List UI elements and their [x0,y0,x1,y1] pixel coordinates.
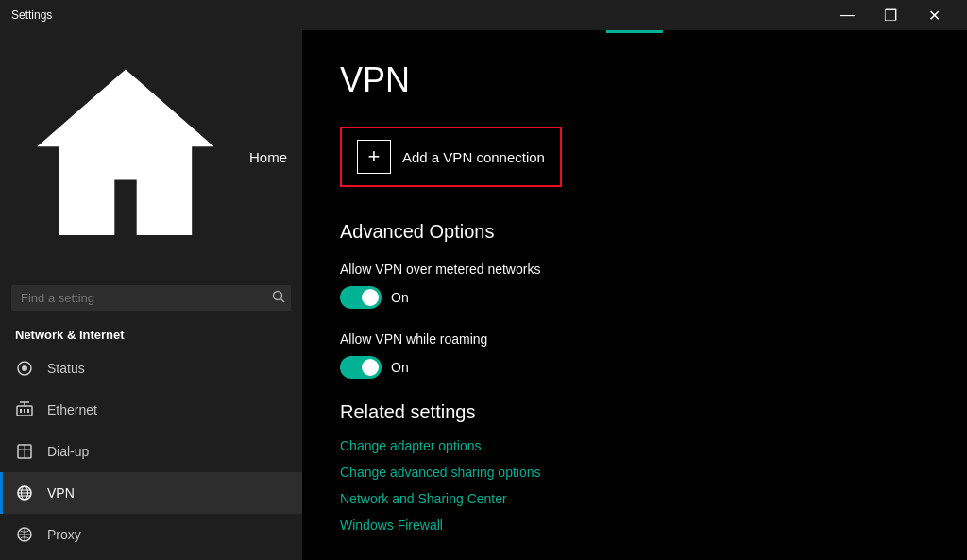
dialup-label: Dial-up [47,444,89,459]
sidebar-item-proxy[interactable]: Proxy [0,514,302,555]
maximize-button[interactable]: ❐ [869,0,912,30]
vpn-active-indicator [606,30,663,33]
svg-rect-7 [20,409,22,413]
vpn-roaming-toggle-row: On [340,356,929,379]
search-box [11,285,291,311]
search-input[interactable] [11,285,291,311]
change-sharing-link[interactable]: Change advanced sharing options [340,465,929,480]
vpn-roaming-option: Allow VPN while roaming On [340,331,929,379]
app-title: Settings [11,8,52,22]
vpn-metered-option: Allow VPN over metered networks On [340,262,929,309]
add-vpn-button[interactable]: + Add a VPN connection [340,127,562,187]
sidebar-item-ethernet[interactable]: Ethernet [0,389,302,431]
page-title: VPN [340,60,929,100]
advanced-options-title: Advanced Options [340,221,929,243]
ethernet-icon [15,400,34,419]
vpn-metered-toggle[interactable] [340,286,382,309]
dialup-icon [15,442,34,461]
home-label: Home [249,149,287,165]
main-content: VPN + Add a VPN connection Advanced Opti… [302,30,967,560]
add-vpn-label: Add a VPN connection [402,149,545,165]
svg-rect-8 [24,409,25,413]
svg-rect-9 [27,409,29,413]
minimize-button[interactable]: — [825,0,869,30]
window-controls: — ❐ ✕ [825,0,956,30]
plus-icon: + [357,140,391,174]
vpn-metered-state: On [391,290,409,305]
home-icon [15,47,236,268]
vpn-roaming-label: Allow VPN while roaming [340,331,929,347]
related-settings-title: Related settings [340,401,929,423]
close-button[interactable]: ✕ [912,0,956,30]
sidebar: Home Network & Internet Status [0,30,302,560]
sidebar-item-status[interactable]: Status [0,348,302,389]
vpn-roaming-state: On [391,360,409,375]
sidebar-item-dialup[interactable]: Dial-up [0,431,302,472]
change-adapter-link[interactable]: Change adapter options [340,438,929,453]
vpn-icon [15,484,34,502]
search-icon [272,290,285,303]
vpn-metered-toggle-row: On [340,286,929,309]
sidebar-item-home[interactable]: Home [0,38,302,278]
vpn-roaming-toggle[interactable] [340,356,382,379]
proxy-icon [15,525,34,544]
windows-firewall-link[interactable]: Windows Firewall [340,518,929,533]
vpn-metered-label: Allow VPN over metered networks [340,262,929,277]
sidebar-category: Network & Internet [0,318,302,348]
status-icon [15,359,34,378]
sidebar-item-vpn[interactable]: VPN [0,472,302,514]
svg-point-0 [274,291,282,299]
toggle-knob-2 [362,359,379,376]
ethernet-label: Ethernet [47,402,97,417]
search-icon-button[interactable] [272,290,285,306]
svg-line-1 [281,298,285,302]
status-label: Status [47,361,85,376]
title-bar: Settings — ❐ ✕ [0,0,967,30]
app-body: Home Network & Internet Status [0,30,967,560]
vpn-label: VPN [47,485,75,501]
svg-point-3 [22,365,27,371]
toggle-knob [362,289,379,306]
network-sharing-center-link[interactable]: Network and Sharing Center [340,491,929,506]
proxy-label: Proxy [47,527,81,542]
